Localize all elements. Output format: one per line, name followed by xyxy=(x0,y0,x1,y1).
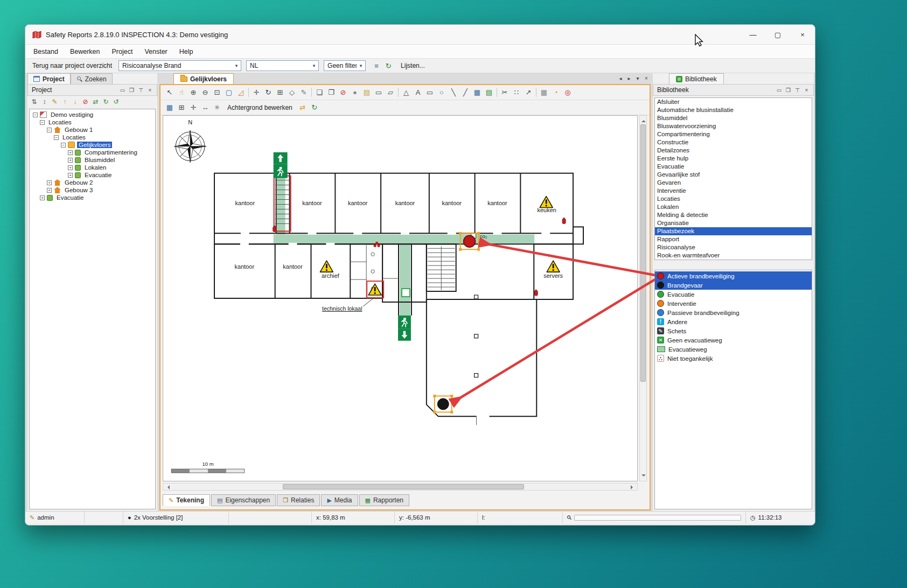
tree-node-demo-vestiging[interactable]: −Demo vestiging xyxy=(30,111,155,118)
library-item-gevaarlijke-stof[interactable]: Gevaarlijke stof xyxy=(655,171,812,179)
duplicate-icon[interactable]: ⊞ xyxy=(274,87,286,99)
move-item-icon[interactable]: ✛ xyxy=(250,87,262,99)
legend-item-interventie[interactable]: Interventie xyxy=(655,299,812,308)
title-bar[interactable]: Safety Reports 2.8.19.0 INSPECTION 4.3: … xyxy=(25,25,815,45)
library-item-constructie[interactable]: Constructie xyxy=(655,138,812,146)
expand-icon[interactable]: + xyxy=(68,150,73,155)
menu-help[interactable]: Help xyxy=(173,46,199,58)
document-tab-gelijkvloers[interactable]: Gelijkvloers xyxy=(173,73,234,84)
legend-item-geen-evacuatieweg[interactable]: ✕Geen evacuatieweg xyxy=(655,335,812,345)
draw-polyline-icon[interactable]: ╱ xyxy=(459,87,471,99)
tree-node-gebouw-2[interactable]: +Gebouw 2 xyxy=(30,179,155,186)
back-to-project-overview-link[interactable]: Terug naar project overzicht xyxy=(31,61,114,71)
tree-node-gebouw-3[interactable]: +Gebouw 3 xyxy=(30,186,155,194)
sort-descending-icon[interactable]: ↕ xyxy=(39,97,50,107)
warning-marker-servers[interactable] xyxy=(547,261,560,272)
menu-project[interactable]: Project xyxy=(106,46,138,58)
refresh-tree-icon[interactable]: ↻ xyxy=(101,97,111,107)
library-item-gevaren[interactable]: Gevaren xyxy=(655,179,812,187)
legend-item-passieve-brandbeveiliging[interactable]: Passieve brandbeveiliging xyxy=(655,308,812,317)
legend-item-brandgevaar[interactable]: Brandgevaar xyxy=(655,281,812,290)
horizontal-scrollbar-thumb[interactable] xyxy=(283,484,524,489)
insert-image-icon[interactable]: ▦ xyxy=(471,87,483,99)
tree-node-gelijkvloers[interactable]: −Gelijkvloers xyxy=(30,141,155,149)
menu-venster[interactable]: Venster xyxy=(138,46,173,58)
library-item-evacuatie[interactable]: Evacuatie xyxy=(655,163,812,171)
library-item-organisatie[interactable]: Organisatie xyxy=(655,219,812,227)
tree-node-compartimentering[interactable]: +Compartimentering xyxy=(30,149,155,156)
warning-marker-archief[interactable] xyxy=(320,261,333,272)
bottom-tab-relaties[interactable]: ❒Relaties xyxy=(277,494,320,506)
edit-background-button[interactable]: Achtergrond bewerken xyxy=(227,104,292,111)
library-item-melding-detectie[interactable]: Melding & detectie xyxy=(655,211,812,219)
paste-icon[interactable]: ❐ xyxy=(325,87,337,99)
snap-points-icon[interactable]: ∷ xyxy=(511,87,522,99)
library-item-compartimentering[interactable]: Compartimentering xyxy=(655,130,812,138)
library-item-rapport[interactable]: Rapport xyxy=(655,235,812,243)
open-folder-icon[interactable]: ▤ xyxy=(361,87,373,99)
filter-settings-icon[interactable]: ≡ xyxy=(371,60,382,72)
tree-node-locaties[interactable]: −Locaties xyxy=(30,134,155,141)
refresh-icon[interactable]: ↻ xyxy=(382,60,394,72)
insert-table-icon[interactable]: ▤ xyxy=(483,87,495,99)
draw-rectangle-icon[interactable]: ▭ xyxy=(424,87,436,99)
bottom-tab-media[interactable]: ▶Media xyxy=(321,494,358,506)
maximize-button[interactable]: ▢ xyxy=(765,25,790,45)
cut-icon[interactable]: ✂ xyxy=(499,87,511,99)
close-panel-button[interactable]: × xyxy=(802,86,811,95)
block-node-icon[interactable]: ⊘ xyxy=(80,97,90,107)
legend-item-evacuatieweg[interactable]: Evacuatieweg xyxy=(655,345,812,354)
edit-points-icon[interactable]: ✎ xyxy=(298,87,310,99)
tree-node-evacuatie[interactable]: +Evacuatie xyxy=(30,171,155,179)
snap-toggle-icon[interactable]: ✳ xyxy=(211,102,223,114)
library-item-afsluiter[interactable]: Afsluiter xyxy=(655,98,812,106)
legend-item-andere[interactable]: !Andere xyxy=(655,317,812,326)
menu-bestand[interactable]: Bestand xyxy=(27,46,64,58)
language-dropdown[interactable]: NL ▾ xyxy=(246,60,319,71)
library-item-interventie[interactable]: Interventie xyxy=(655,187,812,195)
expand-icon[interactable]: + xyxy=(68,173,73,178)
legend-item-schets[interactable]: ✎Schets xyxy=(655,326,812,335)
edit-node-icon[interactable]: ✎ xyxy=(50,97,60,107)
tree-node-gebouw-1[interactable]: −Gebouw 1 xyxy=(30,126,155,134)
draw-text-icon[interactable]: A xyxy=(412,87,424,99)
fire-extinguisher-icon[interactable] xyxy=(534,290,538,296)
grid-icon[interactable]: ▦ xyxy=(538,87,550,99)
next-document-icon[interactable]: ▸ xyxy=(625,72,633,84)
sync-icon[interactable]: ⇄ xyxy=(90,97,101,107)
expand-icon[interactable]: + xyxy=(47,180,52,185)
drawing-canvas[interactable]: N xyxy=(163,115,638,481)
legend-item-actieve-brandbeveiliging[interactable]: Actieve brandbeveiliging xyxy=(655,271,812,281)
tree-node-lokalen[interactable]: +Lokalen xyxy=(30,164,155,171)
stretch-background-icon[interactable]: ↔ xyxy=(199,102,211,114)
library-item-lokalen[interactable]: Lokalen xyxy=(655,203,812,211)
marker-brandgevaar[interactable] xyxy=(433,395,453,414)
expand-icon[interactable]: + xyxy=(68,158,73,163)
library-item-bluswatervoorziening[interactable]: Bluswatervoorziening xyxy=(655,122,812,130)
pan-tool[interactable]: ☝ xyxy=(176,87,187,99)
draw-ellipse-icon[interactable]: ○ xyxy=(436,87,448,99)
horizontal-scrollbar[interactable] xyxy=(163,483,638,491)
measure-icon[interactable]: ◿ xyxy=(235,87,247,99)
collapse-icon[interactable]: − xyxy=(61,143,66,148)
grid-settings-icon[interactable]: ▦ xyxy=(164,102,176,114)
fit-screen-icon[interactable]: ▢ xyxy=(223,87,235,99)
fire-extinguisher-icon[interactable] xyxy=(562,218,566,223)
target-icon[interactable]: ◎ xyxy=(562,87,574,99)
vertical-scrollbar[interactable] xyxy=(639,115,647,481)
frame-select-icon[interactable]: ▭ xyxy=(373,87,385,99)
move-down-icon[interactable]: ↓ xyxy=(70,97,80,107)
expand-icon[interactable]: + xyxy=(47,188,52,193)
close-panel-button[interactable]: × xyxy=(145,86,155,95)
tree-node-evacuatie[interactable]: +Evacuatie xyxy=(30,194,155,201)
scroll-down-icon[interactable] xyxy=(641,474,646,479)
vertical-scrollbar-thumb[interactable] xyxy=(640,124,646,382)
move-background-icon[interactable]: ✛ xyxy=(187,102,199,114)
filter-dropdown[interactable]: Geen filter ▾ xyxy=(324,60,366,71)
expand-icon[interactable]: + xyxy=(68,165,73,170)
library-item-blusmiddel[interactable]: Blusmiddel xyxy=(655,114,812,122)
maximize-panel-button[interactable]: ❐ xyxy=(784,86,793,95)
zoom-slider[interactable] xyxy=(574,515,741,521)
exit-sign-south[interactable] xyxy=(398,316,411,341)
zoom-in-tool[interactable]: ⊕ xyxy=(187,87,199,99)
